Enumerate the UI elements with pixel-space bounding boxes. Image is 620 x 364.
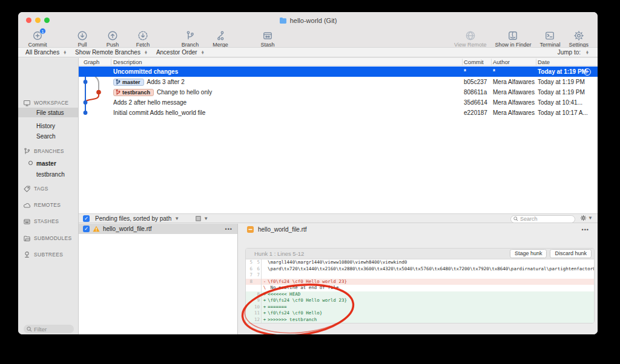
commit-list: Graph Description Commit Author Date (79, 58, 598, 213)
diff-marker: - (262, 279, 268, 285)
column-header-graph[interactable]: Graph (84, 58, 99, 66)
popup-ancestor-order[interactable]: Ancestor Order▲▼ (156, 49, 205, 56)
old-line-number (246, 310, 254, 317)
sidebar-section-stashes[interactable]: STASHES (18, 216, 78, 226)
diff-line-context[interactable]: 66\pard\tx720\tx1440\tx2160\tx2880\tx360… (246, 266, 594, 273)
diff-line-added[interactable]: 11+\f0\fs24 \cf0 Hello} (246, 310, 594, 317)
current-branch-icon (28, 161, 33, 165)
commit-row[interactable]: Initial commit Adds hello_world filee220… (79, 108, 598, 118)
commit-description: Adds 2 after hello message (113, 97, 186, 108)
push-button[interactable]: Push (98, 30, 127, 48)
commit-row[interactable]: Uncommitted changes**Today at 1:19 PM+ (79, 67, 598, 77)
column-header-author[interactable]: Author (493, 58, 510, 66)
section-label: SUBMODULES (34, 235, 72, 241)
sidebar-filter-field[interactable]: Filter (24, 325, 74, 333)
submodules-icon (23, 235, 31, 242)
terminal-button[interactable]: Terminal (535, 30, 564, 48)
diff-line-context[interactable]: 55\margl1440\margr1440\vieww10800\viewh8… (246, 259, 594, 266)
pull-button[interactable]: Pull (68, 30, 97, 48)
diff-line-added[interactable]: 9+\f0\fs24 \cf0 Hello world 23} (246, 297, 594, 304)
diff-line-context[interactable]: 77 (246, 272, 594, 279)
new-line-number: 5 (254, 259, 262, 266)
show-in-finder-button[interactable]: Show in Finder (490, 30, 535, 48)
sidebar-item-label: master (36, 160, 56, 167)
commit-description: Adds 3 after 2 (147, 77, 185, 87)
remotes-icon (23, 201, 31, 209)
stage-hunk-button[interactable]: Stage hunk (510, 249, 547, 258)
stash-icon (262, 30, 273, 41)
diff-line-meta[interactable]: \ No newline at end of file (246, 285, 594, 291)
new-line-number: 12 (254, 317, 262, 323)
fetch-button[interactable]: Fetch (128, 30, 157, 48)
sidebar-section-workspace[interactable]: WORKSPACE (18, 98, 78, 108)
diff-options-button[interactable]: ▼ (580, 215, 593, 221)
sidebar-item-history[interactable]: History (18, 121, 78, 131)
subtrees-icon (23, 251, 31, 259)
select-all-checkbox[interactable]: ✓ (83, 215, 90, 222)
sidebar-section-subtrees[interactable]: SUBTREES (18, 250, 78, 259)
commit-row[interactable]: testbranchChange to hello only808611aMer… (79, 87, 598, 97)
sidebar-section-submodules[interactable]: SUBMODULES (18, 233, 78, 243)
commit-description: Initial commit Adds hello_world file (113, 108, 205, 118)
pending-files-dropdown[interactable]: Pending files, sorted by path (95, 215, 171, 222)
diff-line-removed[interactable]: 8-\f0\fs24 \cf0 Hello world 23} (246, 279, 594, 285)
commit-hash: 808611a (464, 87, 490, 97)
diff-marker: + (262, 317, 268, 323)
sidebar-item-master[interactable]: master (18, 158, 78, 168)
popup-all-branches[interactable]: All Branches▲▼ (25, 49, 67, 56)
sidebar-item-file-status[interactable]: File status (18, 108, 78, 117)
file-checkbox[interactable]: ✓ (83, 226, 90, 232)
commit-button[interactable]: 1Commit (23, 30, 52, 48)
diff-search-field[interactable]: Search (510, 215, 575, 223)
old-line-number: 6 (246, 266, 254, 273)
column-header-commit[interactable]: Commit (464, 58, 484, 66)
stashes-icon (23, 218, 31, 226)
sidebar-filter-placeholder: Filter (34, 326, 47, 333)
diff-marker (262, 266, 268, 273)
diff-text: \f0\fs24 \cf0 Hello world 23} (268, 279, 594, 285)
diff-line-added[interactable]: 8+<<<<<<< HEAD (246, 291, 594, 298)
file-actions-button[interactable]: ••• (225, 226, 232, 232)
commit-count-badge: 1 (39, 28, 46, 34)
diff-line-added[interactable]: 12+>>>>>>> testbranch (246, 317, 594, 323)
popup-stepper-icon: ▲▼ (144, 51, 148, 54)
popup-show-remote-branches[interactable]: Show Remote Branches▲▼ (75, 49, 148, 56)
discard-hunk-button[interactable]: Discard hunk (550, 249, 592, 258)
titlebar: hello-world (Git) (18, 12, 598, 28)
tags-icon (23, 185, 31, 193)
sidebar-item-testbranch[interactable]: testbranch (18, 169, 78, 179)
branch-button[interactable]: Branch (176, 30, 205, 48)
popup-label: Show Remote Branches (75, 49, 140, 56)
toolbar: 1CommitPullPushFetchBranchMergeStash Vie… (18, 28, 598, 47)
view-mode-button[interactable]: ▼ (195, 215, 208, 222)
column-header-description[interactable]: Description (113, 58, 142, 66)
commit-icon: 1 (32, 30, 43, 41)
column-header-date[interactable]: Date (538, 58, 550, 66)
diff-text: \f0\fs24 \cf0 Hello} (268, 310, 594, 317)
sidebar-item-search[interactable]: Search (18, 131, 78, 141)
merge-button[interactable]: Merge (206, 30, 235, 48)
file-icon (246, 226, 254, 233)
commit-row[interactable]: Adds 2 after hello message35d6614Mera Al… (79, 97, 598, 108)
commit-author: Mera Alfawares... (493, 108, 535, 118)
merge-icon (215, 30, 226, 41)
sidebar-section-remotes[interactable]: REMOTES (18, 200, 78, 210)
stash-button[interactable]: Stash (253, 30, 282, 48)
commit-hash: e220187 (464, 108, 490, 118)
add-commit-button[interactable]: + (584, 68, 591, 76)
sidebar-section-branches[interactable]: BRANCHES (18, 146, 78, 156)
diff-marker (262, 259, 268, 266)
diff-hunk: Hunk 1 : Lines 5-12 Stage hunk Discard h… (245, 248, 595, 323)
popup-label: All Branches (25, 49, 59, 56)
commit-row[interactable]: masterAdds 3 after 2b05c237Mera Alfaware… (79, 77, 598, 87)
diff-actions-button[interactable]: ••• (582, 227, 589, 233)
jump-to-stepper[interactable]: ▲▼ (585, 51, 589, 54)
commit-date: Today at 10:17 A... (538, 108, 589, 118)
search-placeholder: Search (520, 216, 538, 222)
diff-line-added[interactable]: 10+======= (246, 304, 594, 311)
commit-hash: b05c237 (464, 77, 490, 87)
fetch-icon (137, 30, 148, 41)
settings-button[interactable]: Settings (564, 30, 593, 48)
file-row[interactable]: ✓ hello_world_file.rtf ••• (79, 224, 237, 234)
sidebar-section-tags[interactable]: TAGS (18, 184, 78, 193)
